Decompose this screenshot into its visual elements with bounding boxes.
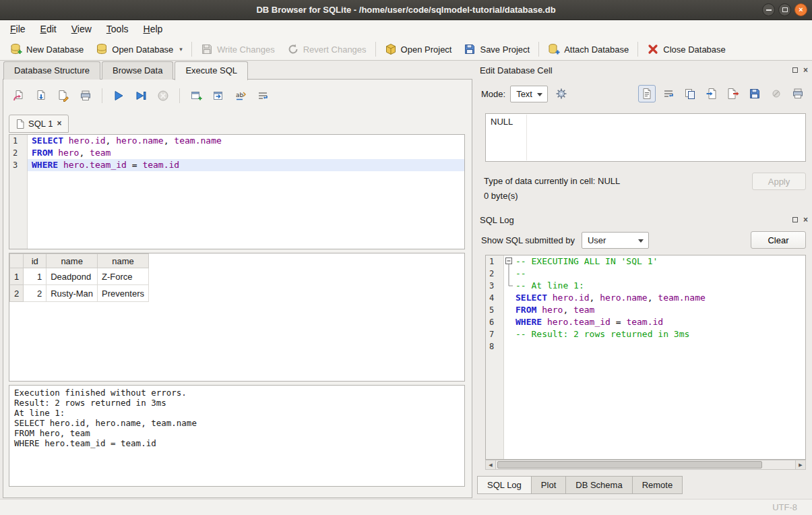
sql-tab-close-icon[interactable]: ×	[57, 115, 61, 132]
print-sql-icon	[80, 90, 92, 102]
results-corner-cell[interactable]	[10, 254, 24, 268]
fold-margin	[504, 304, 514, 316]
cell-team-name[interactable]: Preventers	[98, 285, 149, 302]
code-line: -- At line 1:	[504, 280, 805, 292]
results-header-team-name[interactable]: name	[98, 254, 149, 268]
save-cell-data-button[interactable]	[746, 85, 763, 102]
cell-editor[interactable]: NULL	[485, 113, 806, 162]
scrollbar-track[interactable]	[496, 460, 795, 469]
print-cell-button[interactable]	[789, 85, 807, 102]
float-dock-icon[interactable]	[792, 67, 798, 73]
import-cell-data-button[interactable]	[703, 85, 720, 102]
tab-execute-sql[interactable]: Execute SQL	[175, 61, 248, 80]
fold-marker-icon[interactable]	[504, 255, 514, 268]
float-dock-icon[interactable]	[792, 217, 798, 222]
clear-log-button[interactable]: Clear	[751, 231, 806, 249]
tab-plot[interactable]: Plot	[531, 476, 566, 494]
write-changes-button[interactable]: Write Changes	[195, 40, 281, 58]
scroll-right-icon[interactable]: ▶	[795, 460, 805, 469]
scroll-left-icon[interactable]: ◀	[486, 460, 496, 469]
cell-hero-name[interactable]: Rusty-Man	[46, 285, 98, 302]
attach-database-button[interactable]: Attach Database	[542, 40, 635, 58]
log-horizontal-scrollbar[interactable]: ◀ ▶	[485, 460, 806, 470]
cell-id[interactable]: 1	[24, 268, 46, 285]
sql-log-view[interactable]: 12345678 -- EXECUTING ALL IN 'SQL 1'----…	[485, 255, 806, 460]
minimize-icon	[766, 9, 772, 11]
open-sql-file-icon	[13, 90, 25, 102]
close-dock-icon[interactable]: ×	[803, 216, 808, 224]
save-project-button[interactable]: Save Project	[458, 40, 536, 58]
open-database-button[interactable]: Open Database ▾	[90, 40, 189, 58]
cell-id[interactable]: 2	[24, 285, 46, 302]
line-number: 4	[486, 292, 503, 304]
revert-changes-button[interactable]: Revert Changes	[281, 40, 373, 58]
editor-code-area[interactable]: SELECT hero.id, hero.name, team.nameFROM…	[28, 135, 464, 249]
stop-execution-button[interactable]	[154, 87, 172, 104]
open-project-button[interactable]: Open Project	[379, 40, 458, 58]
toolbar-separator	[102, 88, 102, 103]
cell-word-wrap-button[interactable]	[660, 85, 677, 102]
menu-tools[interactable]: Tools	[99, 20, 136, 38]
results-header-id[interactable]: id	[24, 254, 46, 268]
row-number-cell[interactable]: 2	[10, 285, 24, 302]
editor-line-numbers: 123	[9, 135, 28, 249]
submitter-combobox[interactable]: User	[582, 232, 649, 249]
sql-log-filter-row: Show SQL submitted by User Clear	[481, 231, 806, 249]
maximize-button[interactable]	[778, 3, 791, 16]
print-sql-button[interactable]	[77, 87, 94, 104]
log-code-area[interactable]: -- EXECUTING ALL IN 'SQL 1'---- At line …	[504, 255, 805, 459]
filter-label: Show SQL submitted by	[481, 235, 575, 245]
close-database-button[interactable]: Close Database	[641, 40, 732, 58]
open-sql-tab-button[interactable]	[210, 87, 227, 104]
menu-view[interactable]: View	[64, 20, 99, 38]
results-header-hero-name[interactable]: name	[46, 254, 98, 268]
cell-team-name[interactable]: Z-Force	[98, 268, 149, 285]
write-changes-icon	[201, 43, 213, 55]
revert-changes-icon	[287, 43, 299, 55]
save-sql-file-as-button[interactable]	[55, 87, 72, 104]
execute-all-icon	[113, 90, 125, 102]
text-view-button[interactable]	[638, 85, 656, 102]
new-database-button[interactable]: New Database	[4, 40, 90, 58]
save-sql-file-button[interactable]	[32, 87, 50, 104]
open-database-dropdown-icon[interactable]: ▾	[179, 46, 183, 53]
mode-combobox[interactable]: Text	[510, 86, 548, 102]
export-cell-data-button[interactable]	[724, 85, 742, 102]
tab-database-structure[interactable]: Database Structure	[3, 61, 100, 80]
row-number-cell[interactable]: 1	[10, 268, 24, 285]
close-dock-icon[interactable]: ×	[803, 66, 808, 74]
cell-content: NULL	[491, 117, 513, 127]
tab-browse-data[interactable]: Browse Data	[102, 61, 173, 80]
sql-editor[interactable]: 123 SELECT hero.id, hero.name, team.name…	[9, 134, 465, 249]
tab-remote[interactable]: Remote	[632, 476, 683, 494]
menu-help[interactable]: Help	[136, 20, 170, 38]
line-number: 2	[9, 147, 27, 159]
copy-cell-button[interactable]	[681, 85, 699, 102]
scrollbar-thumb[interactable]	[497, 461, 762, 468]
encoding-indicator[interactable]: UTF-8	[772, 502, 797, 512]
set-null-button[interactable]	[768, 85, 785, 102]
cell-settings-button[interactable]	[553, 85, 570, 102]
mode-label: Mode:	[481, 89, 505, 99]
fold-margin	[504, 292, 514, 304]
menu-file[interactable]: File	[3, 20, 33, 38]
autocomplete-button[interactable]: ab	[232, 87, 249, 104]
menu-edit[interactable]: Edit	[33, 20, 64, 38]
execute-current-line-button[interactable]	[132, 87, 150, 104]
apply-button[interactable]: Apply	[752, 173, 806, 190]
execution-message: Execution finished without errors. Resul…	[9, 385, 465, 487]
minimize-button[interactable]	[762, 3, 775, 16]
copy-icon	[684, 88, 696, 100]
sql-log-title: SQL Log	[480, 215, 514, 225]
sql-tab[interactable]: SQL 1 ×	[9, 115, 69, 133]
tab-db-schema[interactable]: DB Schema	[565, 476, 632, 494]
close-button[interactable]: ×	[794, 3, 807, 16]
tab-sql-log[interactable]: SQL Log	[477, 476, 532, 494]
cell-hero-name[interactable]: Deadpond	[46, 268, 98, 285]
open-sql-file-button[interactable]	[10, 87, 28, 104]
fold-margin	[504, 316, 514, 328]
execute-all-button[interactable]	[110, 87, 127, 104]
new-sql-tab-button[interactable]	[187, 87, 205, 104]
window-title: DB Browser for SQLite - /home/user/code/…	[0, 5, 812, 15]
word-wrap-button[interactable]	[254, 87, 272, 104]
